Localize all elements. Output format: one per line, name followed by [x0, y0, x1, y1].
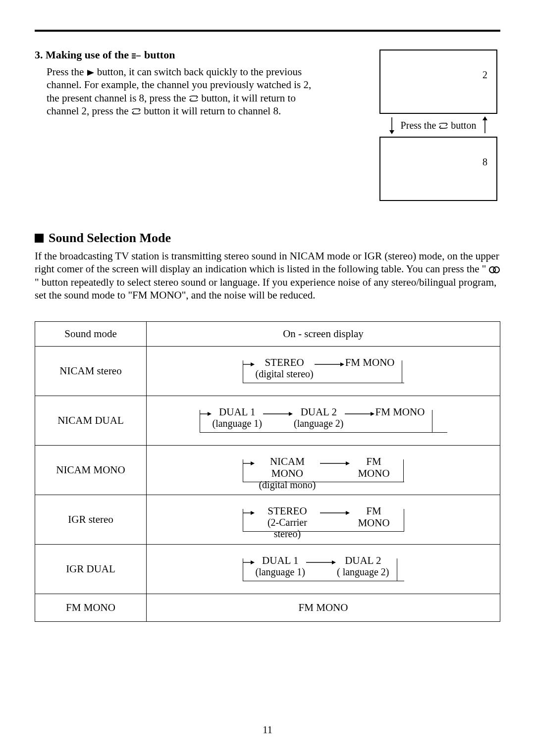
arrow-down-icon [388, 116, 396, 134]
diagram-press-label: Press the button [401, 120, 477, 131]
cycle-loop-line [200, 410, 447, 433]
cycle-loop-line [243, 509, 404, 532]
table-mode-cell: FM MONO [35, 594, 147, 622]
return-strike-icon [132, 52, 142, 59]
section3-heading-suffix: button [142, 49, 175, 61]
sound-section-heading: Sound Selection Mode [49, 231, 171, 246]
svg-marker-6 [389, 130, 394, 134]
svg-marker-4 [87, 70, 94, 76]
page-number: 11 [0, 724, 535, 736]
diagram-bottom-channel: 8 [482, 156, 487, 168]
table-display-cell: STEREO(digital stereo)FM MONO [147, 347, 500, 396]
cycle-loop-line [243, 459, 404, 482]
table-mode-cell: NICAM stereo [35, 347, 147, 396]
sound-section-body: If the broadcasting TV station is transm… [35, 250, 500, 302]
table-mode-cell: NICAM DUAL [35, 396, 147, 446]
sound-button-icon [489, 266, 500, 274]
cycle-loop-line [243, 558, 404, 581]
sound-body-p2: " button repeatedly to select stereo sou… [35, 276, 496, 301]
diagram-press-suffix: button [448, 120, 476, 131]
return-swap-icon [438, 122, 448, 130]
diagram-press-prefix: Press the [401, 120, 439, 131]
diagram-top-box: 2 [379, 50, 497, 114]
section3-body-p1: Press the [47, 66, 87, 78]
cycle-loop-line [243, 360, 404, 383]
section3-body: Press the button, it can switch back qui… [35, 65, 312, 117]
section-bullet-icon [35, 234, 44, 243]
play-triangle-icon [87, 69, 95, 76]
table-header-display: On - screen display [147, 322, 500, 347]
table-display-cell: DUAL 1(language 1)DUAL 2(language 2)FM M… [147, 396, 500, 446]
sound-mode-table: Sound mode On - screen display NICAM ste… [35, 321, 500, 622]
table-display-cell: STEREO(2-Carrier stereo)FM MONO [147, 495, 500, 545]
table-header-mode: Sound mode [35, 322, 147, 347]
svg-point-10 [493, 267, 499, 273]
table-mode-cell: NICAM MONO [35, 446, 147, 495]
diagram-bottom-box: 8 [379, 137, 497, 201]
table-mode-cell: IGR DUAL [35, 545, 147, 594]
table-display-cell: DUAL 1(language 1)DUAL 2( language 2) [147, 545, 500, 594]
section3-body-p4: button it will return to channel 8. [141, 105, 281, 117]
section3-heading-prefix: 3. Making use of the [35, 49, 132, 61]
sound-body-p1: If the broadcasting TV station is transm… [35, 250, 499, 275]
svg-marker-8 [482, 116, 487, 120]
section3-heading: 3. Making use of the button [35, 49, 365, 61]
channel-switch-diagram: 2 Press the button 8 [376, 49, 500, 201]
return-swap-icon [189, 95, 199, 102]
table-mode-cell: IGR stereo [35, 495, 147, 545]
table-display-cell: NICAM MONO(digital mono)FM MONO [147, 446, 500, 495]
diagram-top-channel: 2 [482, 69, 487, 81]
return-swap-icon [131, 107, 141, 115]
table-display-cell: FM MONO [147, 594, 500, 622]
arrow-up-icon [481, 116, 489, 134]
